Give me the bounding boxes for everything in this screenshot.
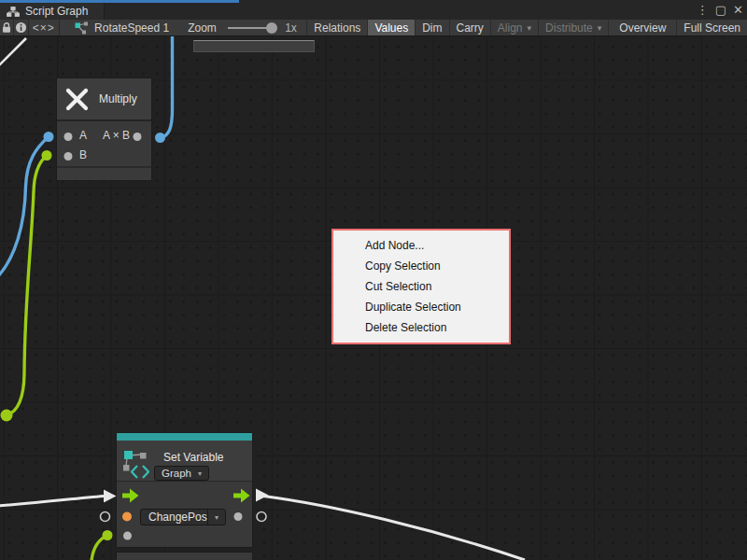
code-view-button[interactable]: <×> <box>29 20 59 35</box>
multiply-node-header[interactable]: Multiply <box>57 78 151 119</box>
close-icon[interactable]: ✕ <box>733 3 743 18</box>
variable-scope-dropdown[interactable]: Graph ▾ <box>154 466 209 481</box>
port-b-label: B <box>79 148 87 161</box>
empty-port-circle <box>257 512 266 522</box>
window-menu-icon[interactable]: ⋮ <box>697 3 709 18</box>
chevron-down-icon: ▾ <box>528 23 532 33</box>
menu-item-add-node[interactable]: Add Node... <box>333 235 509 256</box>
menu-item-delete-selection[interactable]: Delete Selection <box>333 317 509 338</box>
wire-end-dot-blue <box>44 132 54 142</box>
node-set-variable[interactable]: Set Variable Graph ▾ ChangePos ▾ <box>117 433 252 547</box>
info-icon <box>15 21 27 34</box>
wire-white-in <box>0 497 104 507</box>
collapsed-panel <box>193 40 315 52</box>
fullscreen-label: Full Screen <box>684 21 740 35</box>
wire-white-topleft <box>0 38 26 66</box>
values-button[interactable]: Values <box>367 20 415 35</box>
overview-button[interactable]: Overview <box>608 20 676 35</box>
context-menu: Add Node... Copy Selection Cut Selection… <box>331 229 511 344</box>
multiply-port-row-b: B <box>57 145 151 164</box>
title-bar: Script Graph ⋮ ▢ ✕ <box>0 0 747 20</box>
flow-arrowhead-out <box>256 489 269 502</box>
scope-value: Graph <box>162 468 191 479</box>
menu-item-cut-selection[interactable]: Cut Selection <box>333 276 509 297</box>
wire-green-left <box>7 156 47 416</box>
align-label: Align <box>498 21 523 35</box>
overview-label: Overview <box>619 21 666 35</box>
chevron-down-icon[interactable]: ▾ <box>207 510 225 525</box>
code-view-glyph: <×> <box>33 21 55 35</box>
multiply-icon <box>65 88 89 111</box>
fullscreen-button[interactable]: Full Screen <box>676 20 747 35</box>
dim-label: Dim <box>422 21 442 35</box>
wire-white-out <box>263 497 525 560</box>
graph-canvas[interactable]: Multiply A A × B B <box>0 36 747 560</box>
graph-tab-icon <box>7 7 20 17</box>
setvar-node-footer <box>117 553 252 560</box>
graph-toolbar: <×> RotateSpeed 1 Zoom 1x Relations <box>0 20 747 36</box>
graph-name: RotateSpeed 1 <box>94 21 169 35</box>
zoom-value: 1x <box>279 20 303 35</box>
carry-button[interactable]: Carry <box>449 20 490 35</box>
setvar-node-header[interactable]: Set Variable Graph ▾ <box>117 441 252 481</box>
wire-end-dot-blue <box>155 133 165 143</box>
selection-highlight-bar <box>117 433 252 441</box>
wire-green-bottom <box>92 536 107 560</box>
window-controls: ⋮ ▢ ✕ <box>697 3 743 18</box>
variable-name-dropdown[interactable]: ChangePos ▾ <box>140 509 226 525</box>
multiply-port-row-a: A A × B <box>57 125 151 145</box>
zoom-label: Zoom <box>182 20 222 35</box>
empty-port-circle <box>101 512 110 522</box>
distribute-button[interactable]: Distribute ▾ <box>538 20 608 35</box>
relations-label: Relations <box>314 21 360 35</box>
menu-item-copy-selection[interactable]: Copy Selection <box>333 256 509 276</box>
multiply-node-title: Multiply <box>99 92 137 105</box>
multiply-node-body: A A × B B <box>57 121 151 166</box>
dim-button[interactable]: Dim <box>415 20 448 35</box>
lock-icon <box>1 21 12 34</box>
setvar-node-body: ChangePos ▾ <box>117 482 252 547</box>
wire-end-dot-green <box>103 530 113 540</box>
tab-label: Script Graph <box>25 5 88 18</box>
zoom-slider[interactable] <box>228 27 272 29</box>
script-graph-window: Script Graph ⋮ ▢ ✕ <×> <box>0 0 747 560</box>
variable-name-value: ChangePos <box>141 511 207 524</box>
wire-blue-left <box>0 137 49 277</box>
carry-label: Carry <box>457 21 484 35</box>
maximize-icon[interactable]: ▢ <box>715 3 726 18</box>
wire-end-dot-green <box>1 410 13 422</box>
info-button[interactable] <box>14 20 29 35</box>
graph-breadcrumb[interactable]: RotateSpeed 1 <box>59 20 175 35</box>
values-label: Values <box>374 21 408 35</box>
lock-button[interactable] <box>0 20 13 35</box>
tab-script-graph[interactable]: Script Graph <box>0 3 105 20</box>
wire-end-dot-green <box>42 150 52 161</box>
setvar-node-title: Set Variable <box>163 451 223 464</box>
distribute-label: Distribute <box>545 21 593 35</box>
set-variable-icon <box>117 441 154 481</box>
node-multiply[interactable]: Multiply A A × B B <box>57 78 151 180</box>
align-button[interactable]: Align ▾ <box>490 20 538 35</box>
chevron-down-icon: ▾ <box>598 23 602 33</box>
zoom-slider-handle[interactable] <box>266 22 277 34</box>
port-a-label: A <box>79 129 87 142</box>
flow-arrowhead-in <box>104 490 117 503</box>
menu-item-duplicate-selection[interactable]: Duplicate Selection <box>333 297 509 317</box>
port-result-label: A × B <box>103 129 130 142</box>
relations-button[interactable]: Relations <box>306 20 367 35</box>
graph-node-icon <box>75 21 89 35</box>
multiply-node-footer <box>57 168 151 180</box>
chevron-down-icon: ▾ <box>198 469 202 478</box>
wire-blue-top <box>161 36 173 138</box>
